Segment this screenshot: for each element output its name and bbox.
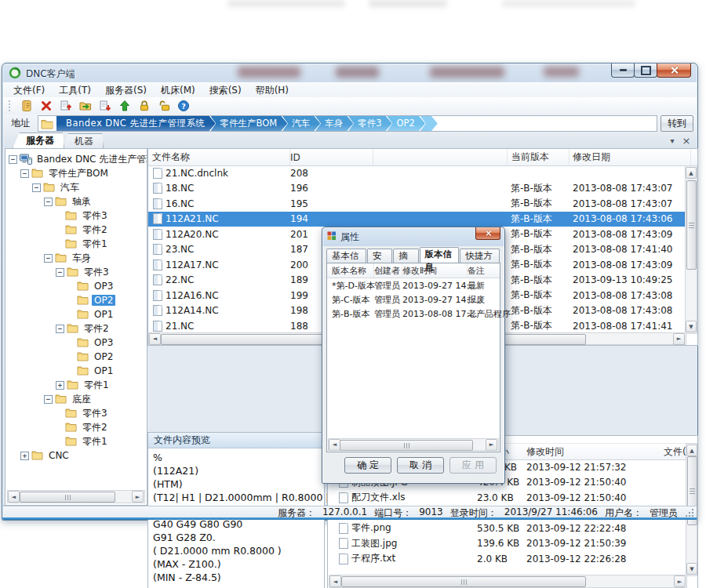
file-row[interactable]: 112A21.NC194第-B-版本2013-08-08 17:43:06 [148,212,686,227]
dialog-tab-摘要[interactable]: 摘要 [393,249,418,263]
tree-item[interactable]: 零件2 [5,223,147,237]
dialog-tab-版本信息[interactable]: 版本信息 [420,247,460,263]
dialog-tab-基本信息[interactable]: 基本信息 [326,249,366,263]
tree-toggle-icon[interactable]: − [44,198,53,206]
lock-icon[interactable] [137,99,151,113]
tree-item[interactable]: OP1 [5,364,147,378]
resize-grip[interactable] [686,510,693,517]
scroll-left-icon[interactable]: ◄ [329,575,341,587]
attachment-row[interactable]: 零件.png530.5 KB2013-09-12 22:22:48 [328,521,687,536]
chevron-down-icon[interactable]: ▾ [667,135,678,146]
tree-toggle-icon[interactable]: + [20,452,29,460]
dialog-close-button[interactable] [475,227,500,240]
tree-item[interactable]: 零件3 [5,209,147,223]
dialog-title-bar[interactable]: 属性 [322,227,504,245]
tree-toggle-icon[interactable]: − [32,183,41,192]
delete-icon[interactable] [39,99,53,113]
tree-item[interactable]: −汽车 [5,180,147,194]
check-in-icon[interactable] [98,99,112,113]
title-bar[interactable]: DNC客户端 [2,64,697,82]
breadcrumb-segment[interactable]: Bandex DNC 先进生产管理系统 [56,116,216,131]
column-file-name[interactable]: 文件名称 [148,149,290,165]
tree-item[interactable]: 零件2 [5,420,147,434]
tree-item[interactable]: OP3 [5,336,147,350]
tree-horizontal-scrollbar[interactable]: ◄ ► [7,490,145,503]
panel-close-icon[interactable]: × [681,135,692,146]
send-to-machine-icon[interactable] [78,99,93,113]
menu-item-help[interactable]: 帮助(H) [249,84,296,97]
tree-item[interactable]: −零件生产BOM [5,166,147,180]
tree-item[interactable]: −零件3 [5,265,147,279]
tree-item[interactable]: +CNC [5,448,147,463]
panel-tab-machine[interactable]: 机器 [61,133,104,148]
dialog-tab-快捷方式[interactable]: 快捷方式 [460,249,500,263]
dialog-tab-安全[interactable]: 安全 [367,249,392,263]
scroll-up-icon[interactable]: ▲ [686,167,697,179]
column-creator[interactable]: 创建者 [373,263,402,278]
tree-item[interactable]: −轴承 [5,194,147,209]
scrollbar-thumb[interactable] [341,576,586,587]
cancel-button[interactable]: 取 消 [397,457,444,474]
scroll-left-icon[interactable]: ◄ [8,491,20,503]
file-list-vertical-scrollbar[interactable]: ▲ ▼ [685,165,697,334]
tree-item[interactable]: 零件3 [5,406,147,420]
version-row[interactable]: *第-D-版本管理员2013-09-27 14:...最新 [327,278,500,292]
scroll-right-icon[interactable]: ► [674,575,686,587]
go-button[interactable]: 转到 [661,115,693,132]
tree-toggle-icon[interactable]: − [44,395,53,404]
panel-tab-server[interactable]: 服务器 [13,132,64,148]
breadcrumb-segment[interactable]: OP2 [388,116,425,131]
column-note[interactable]: 备注 [466,263,500,278]
tree-item[interactable]: −零件2 [5,321,147,336]
tree-toggle-icon[interactable]: − [9,155,17,164]
tree-toggle-icon[interactable]: − [56,325,64,333]
tree-toggle-icon[interactable]: + [56,381,64,390]
breadcrumb-segment[interactable]: 零件生产BOM [211,116,288,131]
dialog-horizontal-scrollbar[interactable]: ◄ ► [328,438,499,451]
breadcrumb-segment[interactable]: 汽车 [282,116,320,131]
version-row[interactable]: 第-C-版本管理员2013-09-27 14:...报废 [327,292,500,307]
menu-item-file[interactable]: 文件(F) [6,84,52,97]
version-row[interactable]: 第-B-版本管理员2013-08-08 17:...老产品程序 [327,307,500,321]
column-modified-date[interactable]: 修改日期 [569,149,691,165]
column-current-version[interactable]: 当前版本 [507,149,570,165]
tree-item[interactable]: −底座 [5,392,147,406]
scrollbar-thumb[interactable] [686,180,697,270]
column-modified-time[interactable]: 修改时间 [526,444,564,459]
tree-item[interactable]: 零件1 [5,434,147,448]
menu-item-server[interactable]: 服务器(S) [98,84,154,97]
scrollbar-thumb[interactable] [340,440,473,451]
tree-toggle-icon[interactable]: − [20,169,29,178]
column-modify-time[interactable]: 修改时间 [401,263,468,278]
maximize-button[interactable] [634,64,657,78]
check-out-icon[interactable] [59,99,73,113]
menu-item-machine[interactable]: 机床(M) [154,84,202,97]
tree-item[interactable]: −车身 [5,251,147,265]
tree-item[interactable]: OP1 [5,307,147,321]
tree-item[interactable]: OP3 [5,279,147,293]
scroll-right-icon[interactable]: ► [486,439,497,451]
file-row[interactable]: 21.NC.dnclnk208 [148,165,686,181]
close-button[interactable] [657,64,691,78]
tree-item[interactable]: +零件1 [5,378,147,392]
breadcrumb-segment[interactable]: 零件3 [348,116,391,131]
column-id[interactable]: ID [286,149,373,165]
help-icon[interactable]: ? [176,99,191,113]
scroll-right-icon[interactable]: ► [132,491,144,503]
scroll-down-icon[interactable]: ▼ [686,563,697,575]
column-version-name[interactable]: 版本名称 [330,263,374,278]
scroll-down-icon[interactable]: ▼ [686,321,697,332]
file-row[interactable]: 16.NC195第-B-版本2013-08-08 17:43:07 [148,196,686,212]
scroll-up-icon[interactable]: ▲ [686,445,697,456]
scroll-left-icon[interactable]: ◄ [329,439,340,451]
attachment-row[interactable]: 子程序.txt2.0 KB2013-09-12 22:26:28 [328,551,687,567]
attachments-horizontal-scrollbar[interactable]: ◄ ► [329,575,687,588]
ok-button[interactable]: 确 定 [344,457,391,474]
unlock-icon[interactable] [157,99,171,113]
minimize-button[interactable] [611,64,635,78]
tree-item[interactable]: 零件1 [5,237,147,251]
attachment-row[interactable]: 工装图.jpg139.6 KB2013-09-12 21:50:39 [328,536,687,552]
tree-toggle-icon[interactable]: − [44,254,53,263]
menu-item-search[interactable]: 搜索(S) [202,84,249,97]
scroll-right-icon[interactable]: ► [673,333,685,345]
